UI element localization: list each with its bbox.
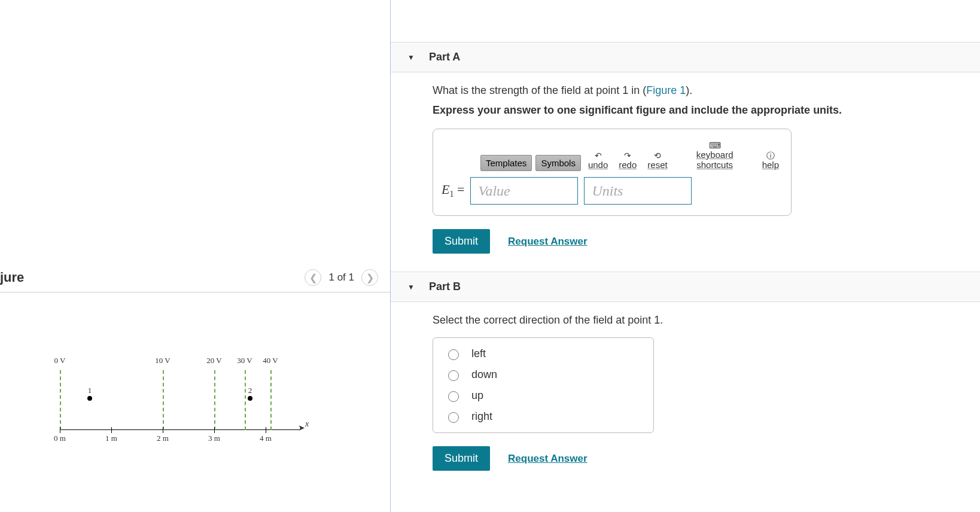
value-input[interactable]: [470, 177, 578, 205]
x-tick-label: 1 m: [105, 434, 117, 443]
option-left[interactable]: left: [445, 348, 641, 360]
option-up[interactable]: up: [445, 389, 641, 402]
x-axis-label: x: [305, 419, 309, 429]
keyboard-button[interactable]: ⌨keyboard shortcuts: [675, 140, 755, 171]
option-right[interactable]: right: [445, 410, 641, 423]
option-down[interactable]: down: [445, 368, 641, 381]
figure-header: jure ❮ 1 of 1 ❯: [0, 263, 390, 292]
part-a-submit-button[interactable]: Submit: [433, 229, 490, 254]
equipotential-line: [60, 370, 61, 430]
answer-toolbar: Templates Symbols ↶undo ↷redo ⟲reset ⌨ke…: [480, 140, 783, 171]
x-axis-arrow-icon: ➤: [298, 423, 305, 432]
part-b-request-answer-link[interactable]: Request Answer: [508, 453, 588, 465]
point-label: 2: [248, 386, 252, 395]
part-a-request-answer-link[interactable]: Request Answer: [508, 236, 588, 248]
radio-left[interactable]: [448, 349, 459, 360]
equipotential-label: 40 V: [263, 356, 278, 365]
part-b-submit-row: Submit Request Answer: [433, 446, 980, 471]
figure-prev-button[interactable]: ❮: [305, 269, 321, 286]
x-tick-label: 2 m: [157, 434, 169, 443]
caret-down-icon[interactable]: ▼: [407, 283, 415, 291]
equipotential-label: 20 V: [206, 356, 221, 365]
units-input[interactable]: [584, 177, 692, 205]
part-a-header[interactable]: ▼ Part A: [391, 42, 980, 72]
figure-nav: ❮ 1 of 1 ❯: [305, 269, 378, 286]
figure-pane: jure ❮ 1 of 1 ❯ ➤ x 0 V10 V20 V30 V40 V0…: [0, 0, 391, 512]
part-b-title: Part B: [429, 281, 461, 293]
part-a-submit-row: Submit Request Answer: [433, 229, 980, 254]
x-tick: [214, 427, 215, 433]
point-dot: [248, 396, 252, 401]
keyboard-icon: ⌨: [709, 141, 721, 150]
part-b-header[interactable]: ▼ Part B: [391, 272, 980, 302]
answer-box: Templates Symbols ↶undo ↷redo ⟲reset ⌨ke…: [433, 129, 792, 216]
point-dot: [87, 396, 92, 401]
x-tick-label: 3 m: [208, 434, 220, 443]
symbols-button[interactable]: Symbols: [535, 155, 581, 171]
redo-button[interactable]: ↷redo: [615, 150, 640, 171]
figure-canvas: ➤ x 0 V10 V20 V30 V40 V0 m1 m2 m3 m4 m12: [60, 346, 317, 442]
part-a-title: Part A: [429, 51, 460, 63]
help-button[interactable]: ⓘhelp: [759, 150, 783, 171]
part-b-submit-button[interactable]: Submit: [433, 446, 490, 471]
reset-icon: ⟲: [654, 151, 661, 160]
figure-count: 1 of 1: [328, 272, 354, 284]
radio-right[interactable]: [448, 412, 459, 423]
x-tick: [60, 427, 60, 433]
figure-title: jure: [0, 270, 24, 285]
caret-down-icon[interactable]: ▼: [407, 53, 415, 62]
part-a-body: What is the strength of the field at poi…: [391, 72, 980, 272]
x-tick-label: 0 m: [54, 434, 66, 443]
redo-icon: ↷: [624, 151, 631, 160]
radio-up[interactable]: [448, 391, 459, 402]
point-label: 1: [88, 386, 92, 395]
part-a-instruction: Express your answer to one significant f…: [433, 104, 980, 117]
x-axis: [60, 429, 299, 430]
undo-button[interactable]: ↶undo: [585, 150, 611, 171]
templates-button[interactable]: Templates: [480, 155, 532, 171]
input-row: E1 =: [442, 177, 783, 205]
radio-options: left down up right: [433, 337, 654, 433]
figure-next-button[interactable]: ❯: [361, 269, 378, 286]
x-tick: [163, 427, 163, 433]
lhs-variable: E1 =: [442, 182, 464, 199]
x-tick: [266, 427, 266, 433]
part-b-body: Select the correct direction of the fiel…: [391, 302, 980, 489]
figure-1-link[interactable]: Figure 1: [646, 84, 686, 96]
equipotential-line: [270, 370, 272, 430]
radio-down[interactable]: [448, 370, 459, 381]
part-a-question: What is the strength of the field at poi…: [433, 84, 980, 97]
equipotential-line: [214, 370, 215, 430]
equipotential-label: 0 V: [54, 356, 66, 365]
help-icon: ⓘ: [766, 151, 775, 160]
equipotential-line: [245, 370, 246, 430]
equipotential-label: 10 V: [155, 356, 170, 365]
question-pane: ▼ Part A What is the strength of the fie…: [391, 0, 980, 512]
undo-icon: ↶: [595, 151, 602, 160]
equipotential-label: 30 V: [237, 356, 252, 365]
x-tick: [111, 427, 112, 433]
equipotential-line: [163, 370, 164, 430]
part-b-question: Select the correct direction of the fiel…: [433, 314, 980, 327]
reset-button[interactable]: ⟲reset: [644, 150, 671, 171]
x-tick-label: 4 m: [260, 434, 272, 443]
